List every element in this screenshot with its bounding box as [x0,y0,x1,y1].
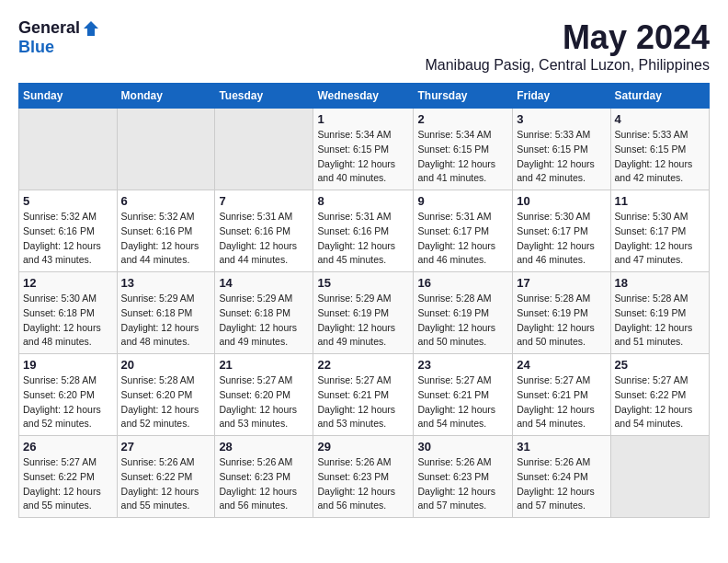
day-number: 11 [615,194,705,208]
day-info: Sunrise: 5:26 AMSunset: 6:23 PMDaylight:… [219,455,309,513]
calendar-week-row: 1Sunrise: 5:34 AMSunset: 6:15 PMDaylight… [19,109,710,190]
day-info: Sunrise: 5:30 AMSunset: 6:17 PMDaylight:… [517,210,606,268]
day-info: Sunrise: 5:31 AMSunset: 6:16 PMDaylight:… [317,210,409,268]
day-info: Sunrise: 5:30 AMSunset: 6:18 PMDaylight:… [23,292,113,350]
day-info: Sunrise: 5:29 AMSunset: 6:18 PMDaylight:… [219,292,309,350]
day-number: 1 [317,112,409,126]
calendar-body: 1Sunrise: 5:34 AMSunset: 6:15 PMDaylight… [19,109,710,518]
location-title: Manibaug Pasig, Central Luzon, Philippin… [425,57,710,74]
weekday-header: Sunday [19,84,118,109]
day-info: Sunrise: 5:34 AMSunset: 6:15 PMDaylight:… [417,128,508,186]
calendar-week-row: 12Sunrise: 5:30 AMSunset: 6:18 PMDayligh… [19,272,710,354]
day-info: Sunrise: 5:33 AMSunset: 6:15 PMDaylight:… [517,128,606,186]
day-info: Sunrise: 5:26 AMSunset: 6:23 PMDaylight:… [317,455,409,513]
day-info: Sunrise: 5:28 AMSunset: 6:19 PMDaylight:… [615,292,705,350]
weekday-header: Monday [117,84,215,109]
day-number: 31 [517,440,606,454]
day-info: Sunrise: 5:32 AMSunset: 6:16 PMDaylight:… [121,210,211,268]
day-number: 17 [517,276,606,290]
day-number: 3 [517,112,606,126]
day-info: Sunrise: 5:28 AMSunset: 6:20 PMDaylight:… [23,373,113,431]
day-number: 9 [417,194,508,208]
day-number: 19 [23,358,113,372]
calendar-cell: 29Sunrise: 5:26 AMSunset: 6:23 PMDayligh… [313,436,414,518]
day-info: Sunrise: 5:33 AMSunset: 6:15 PMDaylight:… [615,128,705,186]
day-info: Sunrise: 5:31 AMSunset: 6:16 PMDaylight:… [219,210,309,268]
day-info: Sunrise: 5:27 AMSunset: 6:21 PMDaylight:… [417,373,508,431]
day-number: 12 [23,276,113,290]
calendar-cell: 25Sunrise: 5:27 AMSunset: 6:22 PMDayligh… [610,354,709,436]
weekday-header: Wednesday [313,84,414,109]
calendar-cell: 12Sunrise: 5:30 AMSunset: 6:18 PMDayligh… [19,272,118,354]
day-info: Sunrise: 5:32 AMSunset: 6:16 PMDaylight:… [23,210,113,268]
weekday-header: Thursday [414,84,513,109]
day-info: Sunrise: 5:31 AMSunset: 6:17 PMDaylight:… [417,210,508,268]
calendar-cell: 17Sunrise: 5:28 AMSunset: 6:19 PMDayligh… [513,272,610,354]
calendar-week-row: 5Sunrise: 5:32 AMSunset: 6:16 PMDaylight… [19,190,710,272]
logo-blue: Blue [18,38,54,57]
day-number: 6 [121,194,211,208]
weekday-header: Saturday [610,84,709,109]
calendar-cell [215,109,313,190]
day-number: 24 [517,358,606,372]
day-number: 16 [417,276,508,290]
day-info: Sunrise: 5:28 AMSunset: 6:19 PMDaylight:… [517,292,606,350]
day-info: Sunrise: 5:29 AMSunset: 6:18 PMDaylight:… [121,292,211,350]
day-info: Sunrise: 5:27 AMSunset: 6:22 PMDaylight:… [615,373,705,431]
calendar-cell: 23Sunrise: 5:27 AMSunset: 6:21 PMDayligh… [414,354,513,436]
calendar-cell: 9Sunrise: 5:31 AMSunset: 6:17 PMDaylight… [414,190,513,272]
calendar-cell: 26Sunrise: 5:27 AMSunset: 6:22 PMDayligh… [19,436,118,518]
calendar-cell: 3Sunrise: 5:33 AMSunset: 6:15 PMDaylight… [513,109,610,190]
day-number: 26 [23,440,113,454]
calendar-cell: 1Sunrise: 5:34 AMSunset: 6:15 PMDaylight… [313,109,414,190]
day-info: Sunrise: 5:28 AMSunset: 6:20 PMDaylight:… [121,373,211,431]
svg-marker-0 [84,21,98,36]
day-number: 18 [615,276,705,290]
calendar-cell: 5Sunrise: 5:32 AMSunset: 6:16 PMDaylight… [19,190,118,272]
day-number: 25 [615,358,705,372]
calendar-cell: 27Sunrise: 5:26 AMSunset: 6:22 PMDayligh… [117,436,215,518]
weekday-row: SundayMondayTuesdayWednesdayThursdayFrid… [19,84,710,109]
calendar-cell: 31Sunrise: 5:26 AMSunset: 6:24 PMDayligh… [513,436,610,518]
calendar-cell: 8Sunrise: 5:31 AMSunset: 6:16 PMDaylight… [313,190,414,272]
page-header: General Blue May 2024 Manibaug Pasig, Ce… [18,18,710,74]
calendar-cell [610,436,709,518]
day-info: Sunrise: 5:27 AMSunset: 6:22 PMDaylight:… [23,455,113,513]
day-number: 2 [417,112,508,126]
calendar-cell: 13Sunrise: 5:29 AMSunset: 6:18 PMDayligh… [117,272,215,354]
calendar-cell: 24Sunrise: 5:27 AMSunset: 6:21 PMDayligh… [513,354,610,436]
calendar-cell [19,109,118,190]
title-section: May 2024 Manibaug Pasig, Central Luzon, … [425,18,710,74]
day-number: 23 [417,358,508,372]
calendar-cell: 4Sunrise: 5:33 AMSunset: 6:15 PMDaylight… [610,109,709,190]
calendar-cell: 21Sunrise: 5:27 AMSunset: 6:20 PMDayligh… [215,354,313,436]
month-title: May 2024 [425,18,710,57]
day-number: 14 [219,276,309,290]
calendar-cell: 22Sunrise: 5:27 AMSunset: 6:21 PMDayligh… [313,354,414,436]
logo-icon [82,19,100,38]
day-number: 5 [23,194,113,208]
day-info: Sunrise: 5:29 AMSunset: 6:19 PMDaylight:… [317,292,409,350]
calendar-cell: 6Sunrise: 5:32 AMSunset: 6:16 PMDaylight… [117,190,215,272]
calendar-cell: 18Sunrise: 5:28 AMSunset: 6:19 PMDayligh… [610,272,709,354]
calendar-cell: 7Sunrise: 5:31 AMSunset: 6:16 PMDaylight… [215,190,313,272]
weekday-header: Friday [513,84,610,109]
day-number: 21 [219,358,309,372]
calendar-week-row: 26Sunrise: 5:27 AMSunset: 6:22 PMDayligh… [19,436,710,518]
logo: General Blue [18,18,100,57]
calendar-cell: 30Sunrise: 5:26 AMSunset: 6:23 PMDayligh… [414,436,513,518]
calendar-cell: 16Sunrise: 5:28 AMSunset: 6:19 PMDayligh… [414,272,513,354]
calendar-table: SundayMondayTuesdayWednesdayThursdayFrid… [18,83,710,518]
logo-general: General [18,18,80,38]
day-number: 20 [121,358,211,372]
day-number: 7 [219,194,309,208]
calendar-header: SundayMondayTuesdayWednesdayThursdayFrid… [19,84,710,109]
calendar-cell: 14Sunrise: 5:29 AMSunset: 6:18 PMDayligh… [215,272,313,354]
day-number: 29 [317,440,409,454]
day-number: 30 [417,440,508,454]
calendar-cell: 10Sunrise: 5:30 AMSunset: 6:17 PMDayligh… [513,190,610,272]
day-number: 8 [317,194,409,208]
calendar-cell: 19Sunrise: 5:28 AMSunset: 6:20 PMDayligh… [19,354,118,436]
day-info: Sunrise: 5:26 AMSunset: 6:23 PMDaylight:… [417,455,508,513]
day-number: 4 [615,112,705,126]
